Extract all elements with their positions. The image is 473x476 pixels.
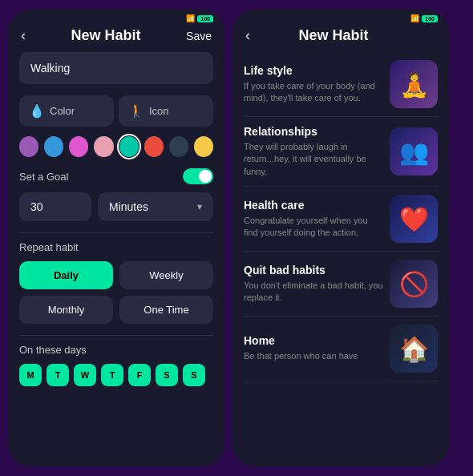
swatch-purple[interactable] [19, 136, 38, 157]
list-item[interactable]: Home Be that person who can have 🏠 [244, 317, 438, 381]
repeat-label: Repeat habit [19, 241, 213, 253]
day-tuesday[interactable]: T [46, 364, 69, 386]
category-text-relations: Relationships They will probably laugh i… [244, 125, 383, 178]
repeat-monthly[interactable]: Monthly [19, 296, 113, 324]
swatch-pink[interactable] [69, 136, 88, 157]
category-title-lifestyle: Life style [244, 64, 383, 77]
day-thursday[interactable]: T [101, 364, 123, 386]
category-text-home: Home Be that person who can have [244, 334, 383, 362]
category-desc-health: Congratulate yourself when you find your… [244, 215, 383, 240]
divider-2 [19, 335, 213, 336]
toggle-thumb [199, 170, 212, 183]
wifi-icon-right: 📶 [410, 14, 419, 22]
swatch-teal[interactable] [119, 136, 139, 157]
icon-section[interactable]: 🚶 Icon [119, 95, 213, 127]
header-left: ‹ New Habit Save [8, 24, 224, 52]
repeat-grid: Daily Weekly Monthly One Time [19, 261, 213, 324]
list-item[interactable]: Relationships They will probably laugh i… [244, 117, 438, 187]
day-sunday[interactable]: S [183, 364, 205, 386]
battery-left: 100 [197, 15, 213, 22]
color-icon-row: 💧 Color 🚶 Icon [19, 95, 213, 127]
category-text-lifestyle: Life style If you take care of your body… [244, 64, 383, 105]
page-title-right: New Habit [298, 27, 368, 44]
days-row: M T W T F S S [19, 364, 213, 386]
category-desc-lifestyle: If you take care of your body (and mind)… [244, 80, 383, 105]
status-bar-right: 📶 100 [232, 10, 449, 24]
swatch-dark[interactable] [169, 136, 188, 157]
category-image-lifestyle: 🧘 [390, 60, 438, 108]
category-image-relations: 👥 [390, 127, 438, 175]
swatch-red[interactable] [144, 136, 164, 157]
category-desc-relations: They will probably laugh in return...hey… [244, 141, 383, 178]
quit-icon: 🚫 [399, 270, 429, 298]
home-icon: 🏠 [399, 335, 429, 363]
icon-label: Icon [149, 105, 169, 117]
right-phone: 📶 100 ‹ New Habit Life style If you take… [232, 10, 449, 466]
back-button-left[interactable]: ‹ [21, 27, 26, 44]
repeat-one-time[interactable]: One Time [119, 296, 213, 324]
category-title-home: Home [244, 334, 383, 347]
day-monday[interactable]: M [19, 364, 42, 386]
divider-1 [19, 232, 213, 233]
chevron-down-icon: ▾ [197, 201, 202, 212]
color-swatches [19, 136, 213, 157]
walk-icon: 🚶 [128, 103, 144, 119]
color-label: Color [50, 105, 75, 117]
goal-unit-label: Minutes [109, 200, 148, 213]
category-desc-home: Be that person who can have [244, 350, 383, 362]
category-text-quit: Quit bad habits You don't eliminate a ba… [244, 264, 383, 305]
health-icon: ❤️ [399, 205, 429, 233]
battery-right: 100 [422, 15, 438, 22]
swatch-blue[interactable] [44, 136, 63, 157]
relations-icon: 👥 [399, 138, 429, 166]
goal-value-row: 30 Minutes ▾ [19, 192, 213, 221]
category-title-quit: Quit bad habits [244, 264, 383, 276]
repeat-daily[interactable]: Daily [19, 261, 113, 289]
color-section[interactable]: 💧 Color [19, 95, 114, 127]
header-right: ‹ New Habit [232, 24, 449, 52]
list-item[interactable]: Quit bad habits You don't eliminate a ba… [244, 252, 438, 317]
status-bar-left: 📶 100 [8, 10, 224, 24]
goal-unit-select[interactable]: Minutes ▾ [98, 192, 213, 221]
category-image-health: ❤️ [390, 195, 438, 243]
days-label: On these days [19, 344, 213, 356]
swatch-rose[interactable] [94, 136, 113, 157]
goal-toggle[interactable] [183, 168, 213, 184]
wifi-icon-left: 📶 [186, 14, 195, 22]
category-text-health: Health care Congratulate yourself when y… [244, 199, 383, 240]
page-title-left: New Habit [71, 27, 141, 44]
swatch-yellow[interactable] [194, 136, 213, 157]
category-image-quit: 🚫 [390, 260, 438, 308]
color-icon: 💧 [29, 103, 45, 119]
goal-number-input[interactable]: 30 [19, 192, 91, 221]
category-image-home: 🏠 [390, 325, 438, 373]
day-wednesday[interactable]: W [74, 364, 96, 386]
repeat-weekly[interactable]: Weekly [119, 261, 213, 289]
category-title-relations: Relationships [244, 125, 383, 138]
category-title-health: Health care [244, 199, 383, 212]
lifestyle-icon: 🧘 [399, 71, 429, 99]
list-item[interactable]: Life style If you take care of your body… [244, 52, 438, 117]
set-goal-label: Set a Goal [19, 171, 68, 183]
habit-name-input[interactable]: Walking [19, 52, 213, 84]
set-goal-row: Set a Goal [19, 168, 213, 184]
save-button[interactable]: Save [186, 30, 212, 42]
back-button-right[interactable]: ‹ [245, 27, 250, 44]
day-saturday[interactable]: S [156, 364, 178, 386]
category-list: Life style If you take care of your body… [232, 52, 449, 381]
list-item[interactable]: Health care Congratulate yourself when y… [244, 187, 438, 252]
day-friday[interactable]: F [128, 364, 151, 386]
left-phone: 📶 100 ‹ New Habit Save Walking 💧 Color 🚶… [8, 10, 224, 466]
category-desc-quit: You don't eliminate a bad habit, you rep… [244, 280, 383, 305]
